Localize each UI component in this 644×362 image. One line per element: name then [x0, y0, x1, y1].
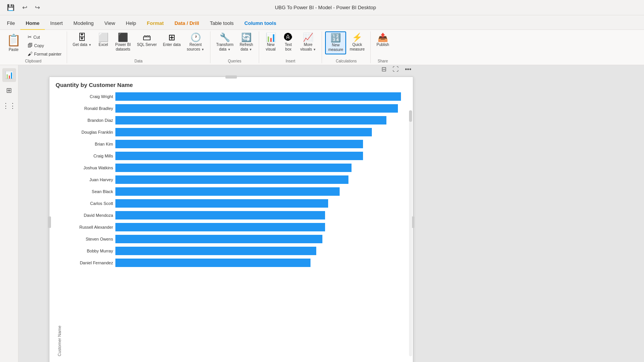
filter-button[interactable]: ⊟: [380, 65, 388, 74]
quick-measure-button[interactable]: ⚡ Quickmeasure: [347, 31, 367, 54]
bar-row[interactable]: David Mendoza: [63, 210, 407, 221]
main-canvas: ⊟ ⛶ ••• Quantity by Customer Name Custom…: [18, 65, 644, 362]
paste-icon: 📋: [7, 33, 21, 47]
more-visuals-button[interactable]: 📈 Morevisuals ▼: [297, 31, 319, 54]
undo-button[interactable]: ↩: [20, 2, 30, 13]
publish-button[interactable]: 📤 Publish: [374, 31, 392, 49]
new-measure-button[interactable]: 🔢 Newmeasure: [325, 31, 346, 54]
bar-fill: [115, 247, 316, 255]
recent-sources-button[interactable]: 🕐 Recentsources ▼: [184, 31, 207, 54]
bar-row[interactable]: Craig Wright: [63, 91, 407, 102]
bar-row[interactable]: Craig Mills: [63, 151, 407, 161]
format-painter-icon: 🖌: [28, 51, 33, 57]
share-group: 📤 Publish Share: [371, 31, 395, 63]
focus-mode-button[interactable]: ⛶: [391, 65, 400, 74]
tab-help[interactable]: Help: [120, 18, 141, 30]
clipboard-items: 📋 Paste ✂ Cut 🗐 Copy 🖌 Format painter: [3, 31, 64, 58]
sql-server-button[interactable]: 🗃 SQL Server: [134, 31, 159, 49]
bar-fill: [115, 164, 352, 172]
bar-label: Craig Mills: [63, 154, 113, 158]
bar-track: [115, 116, 407, 124]
vertical-scrollbar[interactable]: [409, 110, 412, 356]
sidebar-data-icon[interactable]: ⊞: [2, 84, 16, 97]
enter-data-button[interactable]: ⊞ Enter data: [160, 31, 183, 49]
bar-fill: [115, 211, 325, 219]
chart-area: Customer Name Craig WrightRonald Bradley…: [49, 91, 413, 362]
clipboard-controls: 📋 Paste ✂ Cut 🗐 Copy 🖌 Format painter: [3, 31, 64, 58]
clipboard-small-buttons: ✂ Cut 🗐 Copy 🖌 Format painter: [26, 31, 64, 58]
insert-group: 📊 Newvisual 🅐 Textbox 📈 Morevisuals ▼ In…: [259, 31, 322, 63]
save-button[interactable]: 💾: [5, 2, 17, 13]
bar-label: Brian Kim: [63, 142, 113, 146]
cut-button[interactable]: ✂ Cut: [26, 33, 64, 41]
more-options-button[interactable]: •••: [403, 65, 413, 74]
sidebar-model-icon[interactable]: ⋮⋮: [2, 99, 16, 113]
tab-format[interactable]: Format: [141, 18, 169, 30]
bar-fill: [115, 92, 401, 101]
chart-toolbar: ⊟ ⛶ •••: [380, 65, 413, 74]
bar-label: Sean Black: [63, 189, 113, 194]
format-painter-button[interactable]: 🖌 Format painter: [26, 50, 64, 58]
get-data-button[interactable]: 🗄 Get data ▼: [70, 31, 94, 49]
copy-button[interactable]: 🗐 Copy: [26, 41, 64, 49]
calculations-label: Calculations: [325, 58, 367, 63]
ribbon: 📋 Paste ✂ Cut 🗐 Copy 🖌 Format painter: [0, 30, 644, 65]
bar-row[interactable]: Joshua Watkins: [63, 162, 407, 173]
bar-row[interactable]: Carlos Scott: [63, 198, 407, 209]
tab-table-tools[interactable]: Table tools: [204, 18, 239, 30]
bar-track: [115, 199, 407, 208]
bar-fill: [115, 235, 322, 243]
bar-fill: [115, 223, 325, 231]
refresh-data-button[interactable]: 🔄 Refreshdata ▼: [237, 31, 256, 54]
new-visual-icon: 📊: [266, 33, 276, 42]
bar-track: [115, 211, 407, 219]
scrollbar-thumb: [409, 110, 412, 122]
power-bi-datasets-button[interactable]: ⬛ Power BIdatasets: [113, 31, 134, 54]
data-group: 🗄 Get data ▼ ⬜ Excel ⬛ Power BIdatasets …: [67, 31, 210, 63]
tab-data-drill[interactable]: Data / Drill: [169, 18, 204, 30]
transform-data-button[interactable]: 🔧 Transformdata ▼: [214, 31, 236, 54]
ribbon-tabs: File Home Insert Modeling View Help Form…: [0, 15, 644, 30]
bar-label: Bobby Murray: [63, 249, 113, 253]
bar-row[interactable]: Juan Harvey: [63, 174, 407, 185]
tab-insert[interactable]: Insert: [45, 18, 68, 30]
chart-title: Quantity by Customer Name: [49, 77, 413, 91]
tab-column-tools[interactable]: Column tools: [239, 18, 282, 30]
resize-top[interactable]: [225, 75, 237, 79]
bar-row[interactable]: Douglas Franklin: [63, 127, 407, 138]
tab-view[interactable]: View: [99, 18, 120, 30]
tab-file[interactable]: File: [2, 18, 20, 30]
bar-row[interactable]: Bobby Murray: [63, 246, 407, 256]
cut-icon: ✂: [28, 34, 32, 40]
bar-label: David Mendoza: [63, 213, 113, 218]
bar-row[interactable]: Steven Owens: [63, 234, 407, 244]
tab-modeling[interactable]: Modeling: [68, 18, 99, 30]
bars-area: Craig WrightRonald BradleyBrandon DiazDo…: [63, 91, 407, 356]
paste-button[interactable]: 📋 Paste: [3, 31, 24, 54]
bar-label: Daniel Fernandez: [63, 260, 113, 265]
bar-row[interactable]: Sean Black: [63, 186, 407, 197]
queries-label: Queries: [214, 58, 256, 63]
bar-row[interactable]: Daniel Fernandez: [63, 257, 407, 268]
bar-fill: [115, 187, 340, 196]
text-box-button[interactable]: 🅐 Textbox: [280, 31, 297, 54]
bar-label: Carlos Scott: [63, 201, 113, 206]
calculations-items: 🔢 Newmeasure ⚡ Quickmeasure: [325, 31, 367, 58]
excel-icon: ⬜: [98, 33, 108, 42]
sidebar-report-icon[interactable]: 📊: [2, 68, 16, 82]
bar-track: [115, 259, 407, 267]
text-box-icon: 🅐: [284, 33, 292, 42]
tab-home[interactable]: Home: [20, 18, 45, 30]
bar-label: Russell Alexander: [63, 225, 113, 229]
redo-button[interactable]: ↪: [33, 2, 42, 13]
publish-icon: 📤: [378, 33, 388, 42]
title-bar-controls: 💾 ↩ ↪: [5, 2, 42, 13]
bar-row[interactable]: Russell Alexander: [63, 222, 407, 233]
bar-fill: [115, 175, 348, 184]
sidebar-left: 📊 ⊞ ⋮⋮: [0, 65, 18, 362]
new-visual-button[interactable]: 📊 Newvisual: [262, 31, 279, 54]
bar-row[interactable]: Ronald Bradley: [63, 103, 407, 114]
bar-row[interactable]: Brandon Diaz: [63, 115, 407, 126]
bar-row[interactable]: Brian Kim: [63, 139, 407, 149]
excel-button[interactable]: ⬜ Excel: [95, 31, 112, 49]
